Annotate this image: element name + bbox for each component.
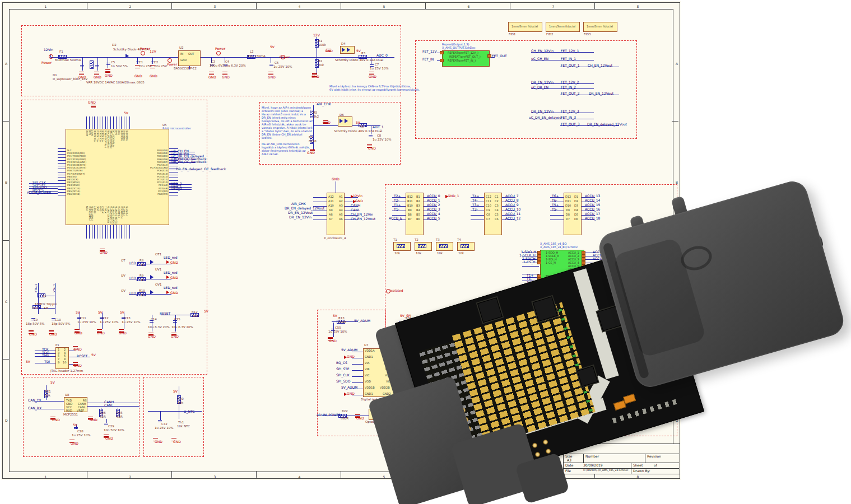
pin-label: B4	[416, 209, 420, 212]
designator: 1u 25V 10%	[155, 427, 173, 430]
designator: R5	[313, 111, 317, 115]
designator: Y1	[43, 295, 46, 298]
designator: U7	[364, 344, 369, 347]
capacitor-symbol	[593, 392, 597, 396]
border-column-label: 6	[468, 475, 470, 479]
note-text: AIR-t oknak.	[262, 153, 278, 156]
net-label: CANH	[351, 204, 360, 207]
net-label: DR_EN_delayed_12Vout	[285, 207, 324, 210]
border-tick	[341, 2, 341, 9]
designator: 62R	[117, 416, 123, 419]
designator: R12	[192, 311, 198, 314]
titleblock-of-label: of	[654, 464, 657, 467]
pin-label: A4	[339, 209, 343, 212]
pin-label: A11	[328, 200, 334, 203]
designator: 1k	[141, 279, 145, 282]
pin-label: D2	[574, 200, 578, 203]
border-tick	[171, 471, 172, 478]
pin-label: B6	[416, 218, 420, 221]
designator: 18p 50V 5%	[52, 323, 70, 326]
net-label: T3-	[472, 208, 478, 211]
led-symbol	[150, 290, 154, 295]
border-tick	[2, 359, 9, 360]
enclosure-peg	[785, 257, 806, 284]
net-label: BQ_CS	[336, 361, 347, 365]
designator: R1	[318, 40, 322, 43]
net-label: DR_EN_12Vout	[288, 211, 313, 214]
net-label: DR_EN_delayed_OC_feedback	[176, 167, 226, 171]
designator: C72	[161, 423, 168, 426]
designator: R21	[45, 390, 51, 394]
pin-label: D6	[574, 218, 578, 221]
resistor-symbol	[90, 60, 94, 69]
pin-label: REPEAT(preFET_12V_)	[448, 52, 478, 54]
net-label: uC_DR_EN_delayed	[529, 116, 561, 119]
net-label: LED_red	[164, 271, 178, 274]
pin-label: C9	[486, 209, 490, 212]
titleblock-date-label: Date	[565, 464, 573, 467]
pin-comb	[313, 197, 327, 224]
power-label: GND	[311, 75, 319, 78]
titleblock-size-value: A3	[567, 459, 571, 462]
designator: 62R	[100, 416, 106, 419]
pin-label: C6	[495, 218, 499, 221]
note-text: 8-bit microcontroller	[162, 127, 191, 130]
power-label: GND	[171, 335, 179, 338]
pin-label: IN	[180, 53, 183, 55]
designator: MCP2551	[63, 413, 78, 417]
designator: D1	[53, 74, 57, 77]
power-label: Power	[215, 47, 225, 50]
designator: OC1	[370, 404, 377, 408]
border-tick	[672, 121, 678, 122]
net-label: T6+	[552, 194, 559, 198]
designator: UV1	[155, 268, 161, 272]
note-text: 6V alatt hibát jelez, és elveszi az enge…	[329, 88, 420, 91]
power-label: 5V	[120, 311, 124, 314]
power-label: GND	[148, 335, 156, 338]
net-label: ACCU_10	[505, 208, 520, 211]
net-label: ACCU_11	[505, 212, 520, 216]
power-label: GND	[90, 418, 97, 422]
power-label: Power	[167, 63, 177, 66]
pin-label: A1	[339, 195, 343, 198]
designator: T4	[457, 239, 461, 242]
power-label: 12V	[313, 34, 320, 37]
designator: 10u 150mA	[248, 55, 266, 58]
gnd-symbol	[105, 69, 110, 73]
net-label: ACCU_3	[427, 208, 440, 211]
net-label: LED_red	[164, 286, 178, 290]
net-label: ADUM_POWER	[27, 191, 52, 194]
designator: R3	[361, 52, 365, 55]
net-label: ACCU_16	[585, 208, 600, 211]
power-label: GND	[356, 417, 364, 420]
designator: 4u7 100V	[603, 414, 618, 417]
designator: C5	[111, 61, 115, 64]
net-label: ACCU_14	[585, 199, 600, 202]
designator: 10n 50V 10%	[104, 429, 124, 432]
net-label: RESET	[160, 312, 170, 315]
border-row-label: B	[676, 180, 678, 184]
designator: 10k	[416, 252, 421, 255]
designator: 1k	[141, 264, 145, 267]
net-label: ACCU_2	[427, 203, 440, 207]
border-column-label: 1	[45, 475, 47, 479]
designator: Schottky Diode 40V 0.12A Dual	[334, 130, 382, 133]
power-label: GND	[100, 251, 108, 254]
designator: Optocoupler	[365, 421, 384, 424]
power-label: GND	[52, 418, 60, 422]
pin-label: B3	[416, 204, 420, 207]
power-label: 5V	[333, 314, 337, 318]
power-label: GND	[71, 442, 78, 445]
border-tick	[256, 471, 257, 478]
power-label: GND	[170, 276, 178, 279]
border-tick	[672, 240, 678, 241]
power-label: GND	[332, 178, 340, 181]
pin-label: B2	[416, 200, 420, 203]
designator: T1	[393, 239, 397, 242]
power-label: 5V	[73, 423, 77, 427]
pin-label: A3	[339, 204, 343, 207]
pin-label: C11	[486, 200, 491, 203]
designator: 1u 25V 10%	[72, 434, 90, 437]
diode-symbol	[373, 412, 376, 416]
diode-symbol	[383, 412, 387, 416]
